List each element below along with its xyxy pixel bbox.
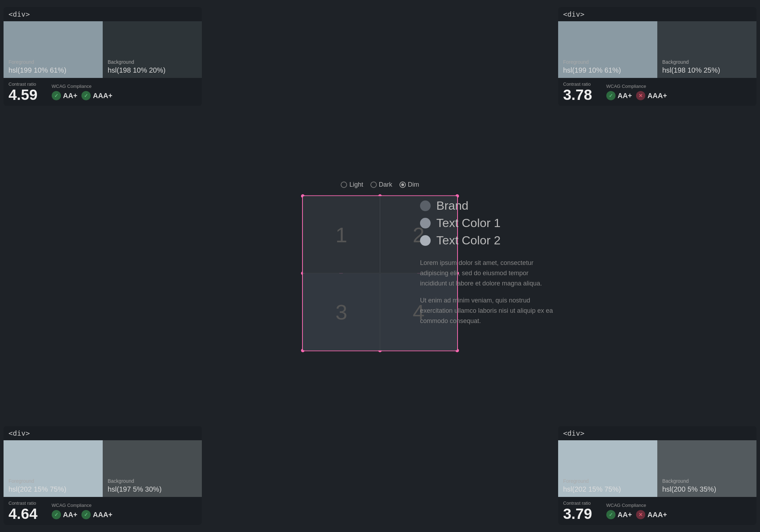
panel-tr-header: <div> — [558, 7, 756, 21]
panel-bl-badge1-icon: ✓ — [52, 510, 61, 519]
panel-br-bg-label: Background — [662, 478, 752, 484]
panel-bl-fg-value: hsl(202 15% 75%) — [8, 485, 98, 493]
panel-br-bg-swatch: Background hsl(200 5% 35%) — [657, 440, 756, 497]
panel-bl-wcag-label: WCAG Compliance — [52, 503, 113, 508]
legend-brand-label: Brand — [436, 199, 469, 213]
panel-tr-badge1-icon: ✓ — [606, 91, 616, 100]
panel-tl-contrast-value: 4.59 — [8, 87, 38, 102]
right-panel: Brand Text Color 1 Text Color 2 Lorem ip… — [420, 199, 555, 333]
panel-bl-badge1: ✓ AA+ — [52, 510, 78, 519]
panel-tr-badge2: ✕ AAA+ — [636, 91, 667, 100]
panel-tr-wcag-label: WCAG Compliance — [606, 84, 667, 89]
panel-tl-fg-label: Foreground — [8, 59, 98, 65]
panel-top-right: <div> Foreground hsl(199 10% 61%) Backgr… — [558, 7, 756, 106]
panel-tl-badge1-icon: ✓ — [52, 91, 61, 100]
panel-br-badge1-icon: ✓ — [606, 510, 616, 519]
panel-br-wcag-label: WCAG Compliance — [606, 503, 667, 508]
panel-br-colors: Foreground hsl(202 15% 75%) Background h… — [558, 440, 756, 497]
panel-br-badge2-icon: ✕ — [636, 510, 645, 519]
panel-tr-fg-swatch: Foreground hsl(199 10% 61%) — [558, 21, 657, 78]
theme-option-dim[interactable]: Dim — [399, 181, 419, 188]
panel-tl-header: <div> — [4, 7, 202, 21]
panel-tl-colors: Foreground hsl(199 10% 61%) Background h… — [4, 21, 202, 78]
panel-tl-contrast: Contrast ratio 4.59 — [8, 81, 38, 102]
panel-tr-fg-label: Foreground — [563, 59, 652, 65]
grid-cell-3-label: 3 — [335, 300, 347, 324]
panel-bl-bg-swatch: Background hsl(197 5% 30%) — [103, 440, 202, 497]
panel-tl-badge2-icon: ✓ — [81, 91, 91, 100]
panel-bl-colors: Foreground hsl(202 15% 75%) Background h… — [4, 440, 202, 497]
panel-br-badge1: ✓ AA+ — [606, 510, 632, 519]
panel-tr-badge1-label: AA+ — [618, 92, 632, 100]
text1-dot — [420, 218, 431, 228]
panel-br-badge1-label: AA+ — [618, 511, 632, 519]
panel-br-contrast: Contrast ratio 3.79 — [563, 500, 592, 521]
panel-tr-bg-value: hsl(198 10% 25%) — [662, 66, 752, 74]
panel-br-bg-value: hsl(200 5% 35%) — [662, 485, 752, 493]
panel-tl-badge2: ✓ AAA+ — [81, 91, 112, 100]
panel-br-stats: Contrast ratio 3.79 WCAG Compliance ✓ AA… — [558, 497, 756, 525]
panel-bl-bg-value: hsl(197 5% 30%) — [108, 485, 197, 493]
panel-bl-badge1-label: AA+ — [63, 511, 78, 519]
legend-item-text2: Text Color 2 — [420, 233, 555, 247]
panel-tl-wcag: WCAG Compliance ✓ AA+ ✓ AAA+ — [52, 84, 113, 100]
panel-tr-fg-value: hsl(199 10% 61%) — [563, 66, 652, 74]
theme-switcher[interactable]: Light Dark Dim — [341, 181, 419, 188]
panel-bl-badges: ✓ AA+ ✓ AAA+ — [52, 510, 113, 519]
panel-tl-wcag-label: WCAG Compliance — [52, 84, 113, 89]
panel-tr-bg-label: Background — [662, 59, 752, 65]
radio-light[interactable] — [341, 181, 347, 188]
legend-text1-label: Text Color 1 — [436, 216, 500, 230]
panel-bottom-left: <div> Foreground hsl(202 15% 75%) Backgr… — [4, 426, 202, 525]
panel-bl-stats: Contrast ratio 4.64 WCAG Compliance ✓ AA… — [4, 497, 202, 525]
theme-light-label: Light — [349, 181, 363, 188]
legend-item-brand: Brand — [420, 199, 555, 213]
panel-tr-bg-swatch: Background hsl(198 10% 25%) — [657, 21, 756, 78]
panel-bottom-right: <div> Foreground hsl(202 15% 75%) Backgr… — [558, 426, 756, 525]
panel-tl-fg-value: hsl(199 10% 61%) — [8, 66, 98, 74]
panel-br-badge2-label: AAA+ — [647, 511, 667, 519]
radio-dim[interactable] — [399, 181, 406, 188]
theme-option-dark[interactable]: Dark — [370, 181, 392, 188]
theme-option-light[interactable]: Light — [341, 181, 363, 188]
panel-tl-badge1: ✓ AA+ — [52, 91, 78, 100]
panel-br-wcag: WCAG Compliance ✓ AA+ ✕ AAA+ — [606, 503, 667, 519]
panel-bl-bg-label: Background — [108, 478, 197, 484]
panel-bl-contrast: Contrast ratio 4.64 — [8, 500, 38, 521]
panel-bl-contrast-label: Contrast ratio — [8, 500, 38, 506]
panel-tr-badge1: ✓ AA+ — [606, 91, 632, 100]
panel-bl-wcag: WCAG Compliance ✓ AA+ ✓ AAA+ — [52, 503, 113, 519]
radio-dark[interactable] — [370, 181, 377, 188]
panel-tl-contrast-label: Contrast ratio — [8, 81, 38, 87]
panel-tl-stats: Contrast ratio 4.59 WCAG Compliance ✓ AA… — [4, 78, 202, 106]
panel-tl-bg-value: hsl(198 10% 20%) — [108, 66, 197, 74]
panel-tl-bg-label: Background — [108, 59, 197, 65]
panel-br-header: <div> — [558, 426, 756, 440]
panel-br-badge2: ✕ AAA+ — [636, 510, 667, 519]
legend-item-text1: Text Color 1 — [420, 216, 555, 230]
panel-bl-fg-label: Foreground — [8, 478, 98, 484]
lorem-paragraph-1: Lorem ipsum dolor sit amet, consectetur … — [420, 258, 555, 288]
panel-tl-bg-swatch: Background hsl(198 10% 20%) — [103, 21, 202, 78]
text2-dot — [420, 235, 431, 246]
panel-bl-badge2-icon: ✓ — [81, 510, 91, 519]
panel-tr-stats: Contrast ratio 3.78 WCAG Compliance ✓ AA… — [558, 78, 756, 106]
panel-tl-badge1-label: AA+ — [63, 92, 78, 100]
grid-cell-3: 3 — [303, 273, 380, 351]
panel-tr-badges: ✓ AA+ ✕ AAA+ — [606, 91, 667, 100]
panel-br-contrast-value: 3.79 — [563, 506, 592, 521]
panel-bl-badge2-label: AAA+ — [93, 511, 112, 519]
legend-text2-label: Text Color 2 — [436, 233, 500, 247]
panel-bl-badge2: ✓ AAA+ — [81, 510, 112, 519]
grid-cell-1: 1 — [303, 196, 380, 273]
panel-bl-header: <div> — [4, 426, 202, 440]
panel-br-fg-swatch: Foreground hsl(202 15% 75%) — [558, 440, 657, 497]
panel-tr-contrast: Contrast ratio 3.78 — [563, 81, 592, 102]
grid-cell-1-label: 1 — [335, 222, 347, 247]
panel-tl-badge2-label: AAA+ — [93, 92, 112, 100]
panel-tr-badge2-label: AAA+ — [647, 92, 667, 100]
lorem-paragraph-2: Ut enim ad minim veniam, quis nostrud ex… — [420, 296, 555, 326]
panel-br-fg-label: Foreground — [563, 478, 652, 484]
panel-bl-fg-swatch: Foreground hsl(202 15% 75%) — [4, 440, 103, 497]
legend-items: Brand Text Color 1 Text Color 2 — [420, 199, 555, 247]
